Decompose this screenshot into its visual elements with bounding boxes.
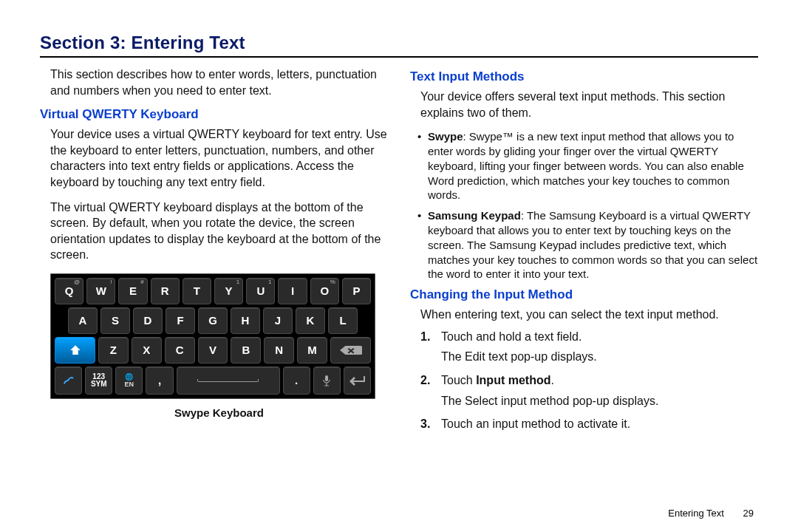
change-steps: 1. Touch and hold a text field. The Edit… — [420, 329, 758, 432]
svg-rect-0 — [325, 375, 328, 381]
change-intro: When entering text, you can select the t… — [420, 307, 758, 323]
key-q: Q@ — [55, 278, 83, 304]
key-b: B — [231, 337, 261, 364]
page-footer: Entering Text 29 — [668, 508, 754, 519]
heading-changing-input-method: Changing the Input Method — [410, 287, 758, 302]
keyboard-row-1: Q@W!E#RTY1U1IO%P — [55, 278, 371, 304]
step-1: 1. Touch and hold a text field. The Edit… — [420, 329, 758, 365]
qwerty-paragraph-2: The virtual QWERTY keyboard displays at … — [50, 200, 388, 263]
keyboard-caption: Swype Keyboard — [50, 406, 388, 419]
comma-key: , — [146, 366, 173, 395]
mic-key-icon — [313, 366, 341, 395]
keyboard-row-2: ASDFGHJKL — [55, 307, 371, 334]
heading-text-input-methods: Text Input Methods — [410, 69, 758, 84]
key-c: C — [165, 337, 195, 364]
key-w: W! — [86, 278, 115, 304]
bullet-swype: Swype: Swype™ is a new text input method… — [420, 129, 758, 202]
key-r: R — [151, 278, 180, 304]
key-o: O% — [310, 278, 339, 304]
key-m: M — [297, 337, 327, 364]
key-f: F — [166, 307, 195, 334]
key-g: G — [198, 307, 228, 334]
key-y: Y1 — [214, 278, 243, 304]
key-h: H — [231, 307, 260, 334]
shift-key-icon — [55, 337, 95, 364]
key-t: T — [183, 278, 211, 304]
key-n: N — [264, 337, 294, 364]
key-z: Z — [98, 337, 129, 364]
key-s: S — [100, 307, 130, 334]
key-a: A — [68, 307, 98, 334]
key-e: E# — [118, 278, 147, 304]
keyboard-row-3: ZXCVBNM — [55, 337, 371, 364]
key-i: I — [278, 278, 307, 304]
key-d: D — [133, 307, 163, 334]
sym-key: 123 SYM — [85, 366, 112, 395]
left-column: This section describes how to enter word… — [40, 65, 388, 440]
heading-virtual-qwerty: Virtual QWERTY Keyboard — [40, 107, 388, 122]
step-2: 2. Touch Input method. The Select input … — [420, 372, 758, 409]
bullet-samsung-keypad: Samsung Keypad: The Samsung Keyboard is … — [420, 208, 758, 282]
space-key — [177, 366, 280, 395]
section-title: Section 3: Entering Text — [40, 33, 758, 53]
two-column-layout: This section describes how to enter word… — [40, 65, 758, 440]
right-column: Text Input Methods Your device offers se… — [410, 65, 758, 440]
key-l: L — [328, 307, 358, 334]
methods-bullets: Swype: Swype™ is a new text input method… — [420, 129, 758, 282]
key-v: V — [198, 337, 228, 364]
enter-key-icon — [344, 366, 371, 395]
keyboard-figure: Q@W!E#RTY1U1IO%P ASDFGHJKL ZXCVBNM 123 — [50, 273, 388, 419]
swype-keyboard-image: Q@W!E#RTY1U1IO%P ASDFGHJKL ZXCVBNM 123 — [50, 273, 375, 399]
methods-intro: Your device offers several text input me… — [420, 89, 758, 120]
footer-page-number: 29 — [743, 508, 754, 519]
key-k: K — [296, 307, 325, 334]
swype-key-icon — [55, 366, 82, 395]
backspace-key-icon — [330, 337, 371, 364]
section-rule — [40, 56, 758, 58]
key-u: U1 — [246, 278, 275, 304]
step-3: 3. Touch an input method to activate it. — [420, 416, 758, 432]
key-j: J — [263, 307, 293, 334]
qwerty-paragraph-1: Your device uses a virtual QWERTY keyboa… — [50, 126, 388, 190]
language-key-icon: 🌐EN — [115, 366, 143, 395]
period-key: . — [283, 366, 310, 395]
intro-paragraph: This section describes how to enter word… — [50, 66, 388, 98]
footer-chapter: Entering Text — [668, 508, 724, 519]
keyboard-row-4: 123 SYM 🌐EN , . — [55, 366, 371, 395]
key-x: X — [132, 337, 162, 364]
key-p: P — [342, 278, 371, 304]
